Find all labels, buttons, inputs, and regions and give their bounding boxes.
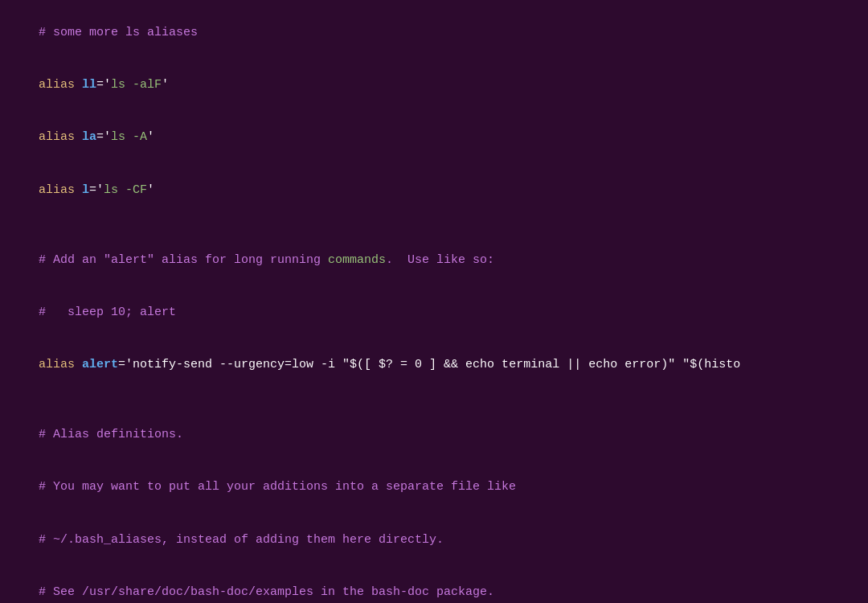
line-9 [10, 392, 858, 409]
string-val: ls -CF [104, 183, 147, 197]
line-7: # sleep 10; alert [10, 286, 858, 338]
keyword: alias [39, 130, 82, 144]
string-val: ls -alF [111, 78, 162, 92]
keyword: alias [39, 78, 82, 92]
keyword: alias [39, 358, 82, 371]
comment-text: # sleep 10; alert [39, 306, 176, 319]
comment-text: # See /usr/share/doc/bash-doc/examples i… [39, 585, 494, 599]
comment-text: # Add an "alert" alias for long running … [39, 253, 494, 267]
line-6: # Add an "alert" alias for long running … [10, 234, 858, 286]
alias-name: ll [82, 78, 96, 92]
line-5 [10, 216, 858, 234]
line-3: alias la='ls -A' [10, 112, 858, 164]
string-val: ls -A [111, 130, 147, 144]
keyword: alias [39, 183, 82, 197]
line-1: # some more ls aliases [10, 6, 858, 59]
line-12: # ~/.bash_aliases, instead of adding the… [10, 514, 858, 566]
alias-name: l [82, 183, 89, 197]
alias-name: alert [82, 358, 118, 371]
line-4: alias l='ls -CF' [10, 164, 858, 216]
comment-text: # ~/.bash_aliases, instead of adding the… [39, 533, 444, 547]
comment-text: # Alias definitions. [39, 428, 183, 441]
code-editor: # some more ls aliases alias ll='ls -alF… [0, 0, 868, 603]
line-13: # See /usr/share/doc/bash-doc/examples i… [10, 566, 858, 603]
line-11: # You may want to put all your additions… [10, 461, 858, 514]
comment-text: # some more ls aliases [39, 26, 198, 39]
line-2: alias ll='ls -alF' [10, 59, 858, 111]
alias-name: la [82, 130, 96, 144]
comment-text: # You may want to put all your additions… [39, 480, 516, 494]
line-10: # Alias definitions. [10, 408, 858, 461]
line-8: alias alert='notify-send --urgency=low -… [10, 338, 858, 391]
